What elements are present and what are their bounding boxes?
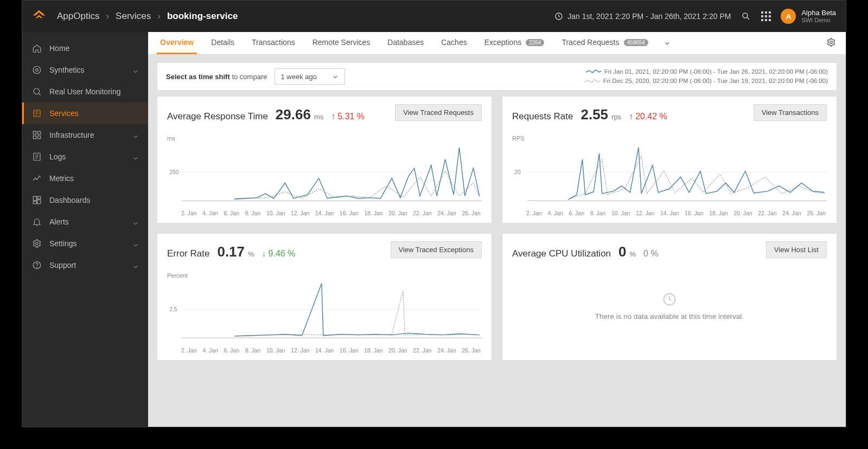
logo-icon — [32, 9, 46, 23]
x-tick: 20. Jan — [388, 347, 407, 354]
view-host-list-button[interactable]: View Host List — [766, 241, 827, 258]
metric-delta: ↑ 20.42 % — [629, 112, 667, 121]
chevron-right-icon: › — [157, 11, 161, 22]
x-tick: 24. Jan — [782, 210, 801, 216]
timeshift-select[interactable]: 1 week ago — [275, 68, 345, 85]
sidebar-item-settings[interactable]: Settings — [22, 233, 148, 254]
timeshift-value: 1 week ago — [280, 73, 317, 81]
view-traced-requests-button[interactable]: View Traced Requests — [395, 104, 482, 121]
tab-caches[interactable]: Caches — [438, 32, 470, 54]
crumb-appoptics[interactable]: AppOptics — [57, 11, 99, 22]
empty-state: There is no data available at this time … — [512, 260, 827, 320]
tab-badge: 459654 — [624, 39, 648, 46]
legend-current-label: Fri Jan 01, 2021, 02:20:00 PM (-06:00) -… — [604, 67, 828, 76]
real-user-monitoring-icon — [32, 87, 42, 97]
avatar: A — [781, 9, 796, 24]
chart-error-rate: 2.5 — [167, 279, 482, 344]
sidebar-item-infrastructure[interactable]: Infrastructure — [22, 124, 148, 146]
sidebar-item-label: Alerts — [49, 217, 69, 226]
card-error-rate: Error Rate 0.17 % ↓ 9.46 % View Traced E… — [157, 233, 492, 361]
y-axis-label: RPS — [512, 135, 827, 142]
x-tick: 8. Jan — [245, 347, 261, 354]
tab-traced-requests[interactable]: Traced Requests459654 — [558, 32, 651, 54]
x-tick: 26. Jan — [462, 347, 480, 354]
infrastructure-icon — [32, 130, 42, 140]
main: OverviewDetailsTransactionsRemote Servic… — [148, 32, 846, 427]
metric-delta: ↓ 9.46 % — [262, 249, 296, 259]
user-menu[interactable]: A Alpha Beta SWI Demo — [781, 9, 836, 24]
metric-unit: % — [248, 250, 254, 258]
tab-overview[interactable]: Overview — [157, 32, 197, 54]
tab-settings-button[interactable] — [826, 32, 837, 54]
sidebar-item-logs[interactable]: Logs — [22, 146, 148, 168]
empty-message: There is no data available at this time … — [512, 312, 827, 320]
tab-label: Exceptions — [484, 38, 521, 47]
x-tick: 12. Jan — [636, 210, 654, 216]
card-title: Error Rate — [167, 248, 209, 259]
x-tick: 10. Jan — [611, 210, 630, 216]
chart-response-time: 250 — [167, 142, 482, 207]
tab-label: Traced Requests — [561, 38, 619, 47]
time-range-picker[interactable]: Jan 1st, 2021 2:20 PM - Jan 26th, 2021 2… — [554, 12, 731, 21]
tab-databases[interactable]: Databases — [384, 32, 427, 54]
chevron-down-icon — [133, 219, 138, 224]
legend-current-swatch-icon — [586, 69, 601, 74]
sidebar-item-services[interactable]: Services — [22, 102, 148, 124]
legend-previous-label: Fri Dec 25, 2020, 02:20:00 PM (-06:00) -… — [603, 76, 828, 86]
sidebar-item-support[interactable]: Support — [22, 254, 148, 276]
y-axis-label: ms — [167, 135, 482, 142]
arrow-down-icon: ↓ — [262, 249, 266, 259]
gear-icon — [826, 37, 836, 49]
user-tenant: SWI Demo — [801, 17, 836, 23]
sidebar-item-label: Support — [49, 261, 76, 270]
metric-unit: ms — [314, 113, 323, 121]
timeshift-legend: Fri Jan 01, 2021, 02:20:00 PM (-06:00) -… — [585, 67, 828, 86]
view-traced-exceptions-button[interactable]: View Traced Exceptions — [391, 241, 482, 258]
topbar: AppOptics › Services › booking-service J… — [22, 1, 846, 32]
clock-icon — [662, 292, 677, 307]
tab-more-menu[interactable] — [662, 32, 672, 54]
crumb-services[interactable]: Services — [116, 11, 151, 22]
metric-value: 0 — [618, 243, 626, 260]
metric-unit: rps — [611, 113, 621, 121]
x-tick: 2. Jan — [526, 210, 542, 216]
app-switcher-icon[interactable] — [761, 11, 771, 21]
sidebar-item-real-user-monitoring[interactable]: Real User Monitoring — [22, 81, 148, 102]
svg-point-17 — [37, 267, 37, 267]
metric-value: 2.55 — [580, 106, 608, 123]
card-requests-rate: Requests Rate 2.55 rps ↑ 20.42 % View Tr… — [502, 96, 837, 223]
home-icon — [32, 43, 42, 53]
x-tick: 10. Jan — [266, 347, 285, 354]
sidebar-item-home[interactable]: Home — [22, 37, 148, 59]
svg-rect-13 — [37, 200, 41, 204]
sidebar-item-metrics[interactable]: Metrics — [22, 168, 148, 189]
legend-previous-swatch-icon — [585, 79, 600, 84]
tab-exceptions[interactable]: Exceptions2264 — [481, 32, 548, 54]
chevron-down-icon — [333, 73, 339, 80]
tab-transactions[interactable]: Transactions — [248, 32, 298, 54]
search-icon[interactable] — [741, 11, 751, 22]
sidebar-item-label: Real User Monitoring — [49, 87, 121, 96]
sidebar-item-label: Logs — [49, 152, 66, 161]
sidebar-item-alerts[interactable]: Alerts — [22, 211, 148, 233]
sidebar-item-synthetics[interactable]: Synthetics — [22, 59, 148, 81]
svg-point-2 — [33, 66, 41, 74]
x-tick: 4. Jan — [202, 210, 218, 216]
chevron-right-icon: › — [106, 11, 109, 22]
x-tick: 6. Jan — [224, 210, 239, 216]
svg-text:20: 20 — [514, 169, 521, 175]
x-tick: 20. Jan — [388, 210, 407, 216]
tab-remote-services[interactable]: Remote Services — [309, 32, 374, 54]
dashboards-icon — [32, 195, 42, 205]
alerts-icon — [32, 217, 42, 227]
svg-rect-7 — [38, 131, 41, 134]
x-tick: 6. Jan — [224, 347, 239, 354]
svg-text:250: 250 — [169, 169, 178, 175]
x-tick: 18. Jan — [364, 347, 382, 354]
x-tick: 20. Jan — [733, 210, 752, 216]
sidebar-item-dashboards[interactable]: Dashboards — [22, 189, 148, 211]
view-transactions-button[interactable]: View Transactions — [754, 104, 827, 121]
tab-details[interactable]: Details — [208, 32, 238, 54]
x-tick: 24. Jan — [437, 347, 456, 354]
metric-delta: ↑ 5.31 % — [331, 112, 365, 121]
